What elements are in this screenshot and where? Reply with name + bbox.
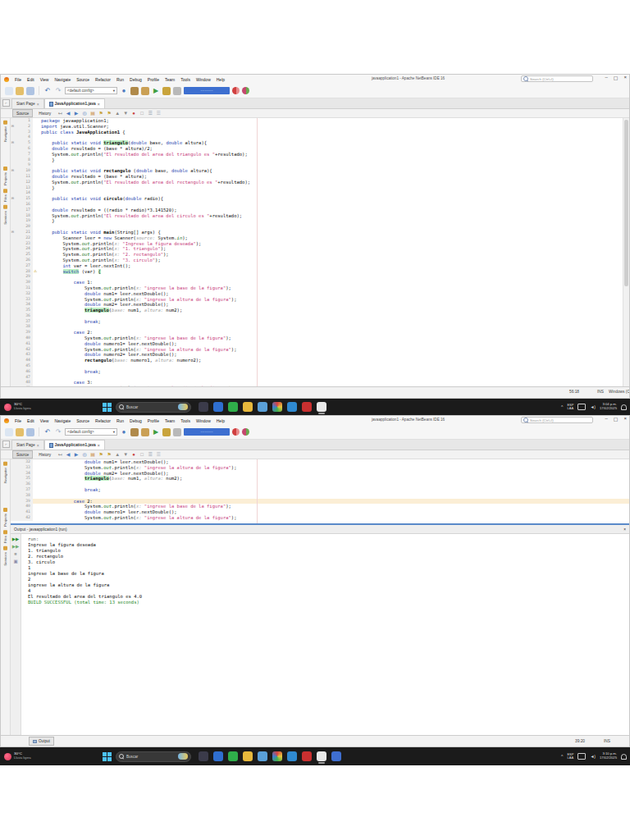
- copilot-icon[interactable]: [213, 402, 223, 412]
- language-indicator[interactable]: ESPLAA: [567, 753, 573, 760]
- edge-icon[interactable]: [287, 751, 297, 761]
- run-project-icon[interactable]: ▶: [152, 428, 160, 436]
- explorer-icon[interactable]: [243, 751, 253, 761]
- clock[interactable]: 3:04 p.m.17/02/2025: [600, 403, 617, 411]
- side-tab-services[interactable]: Services: [3, 205, 7, 225]
- undo-icon[interactable]: ↶: [43, 87, 52, 95]
- tray-chevron-icon[interactable]: ^: [561, 754, 563, 759]
- chat-icon[interactable]: [199, 402, 208, 412]
- notification-bell-icon[interactable]: [621, 404, 627, 410]
- minimize-button[interactable]: –: [605, 416, 607, 422]
- menu-help[interactable]: Help: [217, 77, 225, 82]
- deploy-icon[interactable]: ●: [120, 428, 128, 436]
- profile-project-icon[interactable]: [173, 87, 181, 95]
- forward-icon[interactable]: ▶: [73, 451, 80, 458]
- stop-macro-icon[interactable]: □: [139, 451, 145, 458]
- uncomment-icon[interactable]: ☰: [155, 110, 162, 116]
- save-all-icon[interactable]: [26, 428, 34, 436]
- new-file-icon[interactable]: [5, 87, 13, 95]
- netbeans-icon[interactable]: [317, 751, 326, 761]
- menu-window[interactable]: Window: [196, 77, 211, 82]
- start-button[interactable]: [103, 403, 112, 412]
- edge-icon[interactable]: [287, 402, 297, 412]
- close-button[interactable]: ×: [623, 75, 627, 80]
- redo-icon[interactable]: ↷: [54, 87, 62, 95]
- clean-build-icon[interactable]: [141, 87, 149, 95]
- menu-view[interactable]: View: [40, 418, 49, 423]
- side-tab-navigator[interactable]: Navigator: [3, 121, 7, 142]
- tab-close-icon[interactable]: ×: [37, 102, 39, 107]
- output-console[interactable]: run:Ingrese la figura deseada1. triangul…: [21, 534, 629, 735]
- find-selection-icon[interactable]: ◎: [81, 451, 88, 458]
- chrome-icon[interactable]: [272, 751, 282, 761]
- minimize-window-group-icon[interactable]: ⌐: [2, 441, 10, 448]
- undo-icon[interactable]: ↶: [43, 428, 52, 436]
- deploy-icon[interactable]: ●: [120, 87, 128, 95]
- notification-bell-icon[interactable]: [621, 754, 627, 760]
- keyboard-icon[interactable]: [578, 404, 586, 410]
- menu-window[interactable]: Window: [196, 418, 211, 423]
- menu-help[interactable]: Help: [217, 418, 225, 423]
- output-close-icon[interactable]: ×: [623, 527, 626, 532]
- record-macro-icon[interactable]: ●: [130, 110, 137, 116]
- whatsapp-icon[interactable]: [228, 751, 238, 761]
- next-error-icon[interactable]: ▼: [122, 110, 129, 116]
- menu-debug[interactable]: Debug: [130, 418, 142, 423]
- code-editor[interactable]: 32 double num1= leer.nextDouble();33 Sys…: [11, 459, 629, 523]
- netbeans-icon[interactable]: [317, 402, 326, 412]
- menu-navigate[interactable]: Navigate: [54, 77, 71, 82]
- menu-profile[interactable]: Profile: [148, 418, 159, 423]
- config-dropdown[interactable]: <default config>▾: [65, 87, 117, 94]
- menu-refactor[interactable]: Refactor: [95, 418, 111, 423]
- profiler-telemetry-icon[interactable]: [242, 428, 249, 436]
- tab-start-page[interactable]: Start Page×: [11, 440, 44, 450]
- forward-icon[interactable]: ▶: [73, 110, 80, 116]
- code-icon[interactable]: [331, 751, 341, 761]
- prev-error-icon[interactable]: ▲: [114, 451, 121, 458]
- opera-icon[interactable]: [302, 751, 312, 761]
- debug-project-icon[interactable]: [162, 428, 171, 436]
- tab-close-icon[interactable]: ×: [37, 443, 39, 448]
- weather-widget[interactable]: 30°CLluvia ligera: [4, 752, 103, 760]
- highlight-icon[interactable]: ▤: [89, 451, 96, 458]
- source-view-button[interactable]: Source: [12, 109, 33, 117]
- taskbar-search[interactable]: Buscar: [116, 402, 191, 413]
- maximize-button[interactable]: ▢: [614, 416, 619, 422]
- run-project-icon[interactable]: ▶: [152, 87, 160, 95]
- debug-project-icon[interactable]: [162, 87, 171, 95]
- side-tab-projects[interactable]: Projects: [3, 508, 7, 527]
- profiler-telemetry-icon[interactable]: [242, 87, 249, 94]
- rerun-debug-icon[interactable]: ▶▶: [12, 544, 19, 549]
- ide-search-box[interactable]: Search (Ctrl+I): [521, 417, 593, 423]
- chrome-icon[interactable]: [272, 402, 282, 412]
- stop-macro-icon[interactable]: □: [139, 110, 145, 116]
- store-icon[interactable]: [258, 402, 267, 412]
- back-icon[interactable]: ◀: [65, 451, 71, 458]
- whatsapp-icon[interactable]: [228, 402, 238, 412]
- uncomment-icon[interactable]: ☰: [155, 451, 162, 458]
- tab-javaapplication1-java[interactable]: JavaApplication1.java×: [44, 98, 105, 108]
- speaker-icon[interactable]: ◄): [590, 754, 596, 759]
- tab-javaapplication1-java[interactable]: JavaApplication1.java×: [44, 440, 105, 450]
- source-view-button[interactable]: Source: [12, 450, 33, 459]
- tab-close-icon[interactable]: ×: [98, 443, 100, 448]
- find-selection-icon[interactable]: ◎: [81, 110, 88, 116]
- last-edit-icon[interactable]: ↤: [57, 110, 63, 116]
- menu-source[interactable]: Source: [76, 77, 89, 82]
- menu-run[interactable]: Run: [116, 77, 124, 82]
- open-project-icon[interactable]: [16, 87, 24, 95]
- comment-icon[interactable]: ☰: [147, 110, 153, 116]
- back-icon[interactable]: ◀: [65, 110, 71, 116]
- start-button[interactable]: [103, 752, 112, 761]
- code-editor[interactable]: 1package javaapplication1;⊟2import java.…: [11, 118, 629, 386]
- menu-team[interactable]: Team: [165, 77, 175, 82]
- store-icon[interactable]: [258, 751, 267, 761]
- rerun-icon[interactable]: ▶▶: [12, 536, 19, 541]
- prev-bookmark-icon[interactable]: ⚑: [98, 451, 104, 458]
- menu-edit[interactable]: Edit: [27, 418, 34, 423]
- clean-build-icon[interactable]: [141, 428, 149, 436]
- copilot-icon[interactable]: [213, 751, 223, 761]
- redo-icon[interactable]: ↷: [54, 428, 62, 436]
- editor-scrollbar[interactable]: [623, 118, 629, 386]
- last-edit-icon[interactable]: ↤: [57, 451, 63, 458]
